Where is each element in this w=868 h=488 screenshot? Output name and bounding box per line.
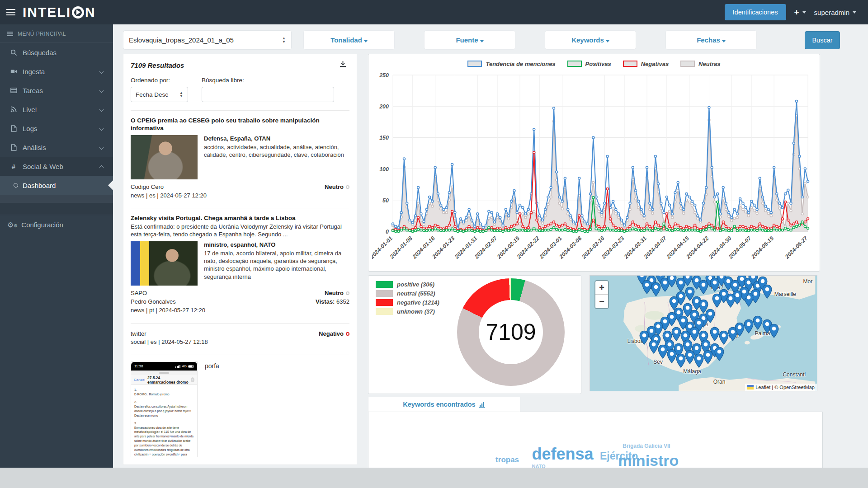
map-place-label: Oran — [713, 379, 726, 385]
article-source: SAPO — [131, 289, 147, 298]
menu-icon — [7, 32, 13, 33]
sentiment-icon — [346, 291, 349, 295]
map-zoom-control: + − — [594, 280, 609, 309]
hamburger-icon[interactable] — [6, 9, 15, 10]
sidebar-item-dashboard[interactable]: Dashboard — [0, 176, 113, 195]
legend-swatch-negative — [376, 299, 393, 306]
article-keywords: 17 de maio, acordo bilateral, apoio mili… — [204, 249, 349, 281]
article-title[interactable]: Zelensky visita Portugal. Chega amanhã à… — [131, 215, 349, 222]
map-marker[interactable] — [675, 353, 686, 370]
mentions-trend-chart: 0501001502002502024-01-012024-01-082024-… — [372, 70, 815, 268]
sidebar-item-busquedas[interactable]: Búsquedas — [0, 43, 113, 62]
tonalidad-dropdown[interactable]: Tonalidad — [303, 30, 395, 50]
filter-bar: Eslovaquia_tropas_2024_01_a_05 ▲▼ Tonali… — [123, 30, 868, 50]
free-search-label: Búsqueda libre: — [202, 77, 334, 84]
sidebar-item-configuracion[interactable]: ⚙⚙ Configuración — [0, 215, 113, 235]
svg-text:150: 150 — [379, 135, 389, 141]
article-thumbnail — [131, 241, 198, 286]
svg-text:2024-05-15: 2024-05-15 — [750, 235, 775, 260]
keywords-dropdown[interactable]: Keywords — [545, 30, 636, 50]
keywords-cloud-panel: tropasdefensaNATOEjércitoBrigada Galicia… — [368, 412, 823, 468]
add-menu[interactable]: + — [794, 7, 806, 17]
svg-text:250: 250 — [379, 72, 389, 79]
cloud-keyword[interactable]: tropas — [495, 455, 519, 465]
result-item: O CPEIG premia ao CESEG polo seu traball… — [131, 117, 349, 200]
map-marker[interactable] — [769, 324, 779, 340]
sentiment-label: Negativo — [319, 330, 344, 337]
sentiment-icon — [346, 185, 349, 189]
logo-text-right: N — [85, 5, 96, 20]
map-marker[interactable] — [712, 294, 722, 310]
divider — [131, 323, 349, 324]
user-menu[interactable]: superadmin — [814, 9, 856, 16]
cloud-keyword[interactable]: Brigada Galicia VII — [623, 443, 670, 449]
article-keywords: accións, actividades, actualidade, análi… — [204, 143, 349, 159]
select-arrows-icon: ▲▼ — [179, 91, 183, 98]
cloud-keyword[interactable]: NATO — [532, 464, 545, 468]
sidebar-item-logs[interactable]: Logs — [0, 119, 113, 138]
ukraine-flag-icon — [747, 385, 754, 389]
article-title[interactable]: O CPEIG premia ao CESEG polo seu traball… — [131, 117, 349, 132]
social-web-submenu: Dashboard — [0, 176, 113, 195]
chevron-down-icon — [853, 11, 856, 14]
article-snippet: Está confirmado: o presidente da Ucrânia… — [131, 223, 349, 239]
buscar-button[interactable]: Buscar — [805, 31, 840, 49]
donut-legend: positive (306) neutral (5552) negative (… — [376, 281, 439, 315]
map-marker[interactable] — [705, 309, 716, 325]
gears-icon: ⚙⚙ — [7, 221, 18, 229]
zoom-in-button[interactable]: + — [595, 281, 608, 295]
sentiment-label: Neutro — [325, 290, 344, 296]
fechas-dropdown[interactable]: Fechas — [665, 30, 757, 50]
article-source: twitter — [131, 330, 146, 338]
zoom-out-button[interactable]: − — [595, 295, 608, 308]
svg-text:2024-05-27: 2024-05-27 — [783, 235, 809, 260]
divider — [131, 208, 349, 208]
map-marker[interactable] — [703, 350, 713, 366]
cloud-keyword[interactable]: defensa — [532, 445, 593, 464]
sidebar-item-analisis[interactable]: Análisis — [0, 138, 113, 157]
video-camera-icon — [8, 68, 19, 75]
article-author: Pedro Goncalves — [131, 298, 176, 306]
sidebar-item-ingesta[interactable]: Ingesta — [0, 62, 113, 81]
free-search-input[interactable] — [202, 87, 334, 102]
divider — [131, 355, 349, 355]
map-attribution[interactable]: Leaflet | © OpenStreetMap — [745, 384, 817, 391]
identificaciones-button[interactable]: Identificaciones — [725, 4, 786, 20]
donut-center: 7109 — [479, 300, 543, 364]
fuente-dropdown[interactable]: Fuente — [424, 30, 515, 50]
tab-keywords-encontrados[interactable]: Keywords encontrados — [368, 397, 520, 412]
chevron-down-icon — [722, 40, 726, 42]
chevron-up-icon — [99, 165, 104, 169]
map-marker[interactable] — [648, 340, 659, 356]
drag-handle-icon — [159, 372, 169, 374]
legend-swatch-negativas — [623, 61, 637, 67]
map-place-label: Constanti — [783, 371, 806, 378]
chevron-down-icon — [802, 11, 806, 14]
sidebar-item-live[interactable]: Live! — [0, 100, 113, 119]
tweet-text: porfa — [205, 361, 219, 457]
chevron-down-icon — [99, 88, 104, 93]
saved-search-select[interactable]: Eslovaquia_tropas_2024_01_a_05 ▲▼ — [123, 30, 292, 50]
map-marker[interactable] — [657, 344, 668, 361]
sentiment-donut-chart[interactable]: 7109 — [457, 278, 565, 386]
circle-icon — [14, 183, 18, 188]
sidebar-item-tareas[interactable]: Tareas — [0, 81, 113, 100]
sentiment-donut-panel: positive (306) neutral (5552) negative (… — [368, 275, 581, 394]
cloud-keyword[interactable]: ministro — [618, 452, 679, 468]
sidebar-item-social-web[interactable]: # Social & Web — [0, 157, 113, 176]
map-marker[interactable] — [714, 347, 725, 363]
total-mentions: 7109 — [486, 319, 536, 345]
chevron-down-icon — [364, 40, 368, 42]
username: superadmin — [814, 9, 849, 16]
search-icon — [8, 49, 19, 56]
result-item: Zelensky visita Portugal. Chega amanhã à… — [131, 215, 349, 314]
map-marker[interactable] — [666, 349, 677, 365]
top-navbar: INTELIN Identificaciones + superadmin — [0, 0, 868, 24]
download-icon[interactable] — [339, 61, 347, 70]
legend-swatch-neutras — [680, 61, 695, 67]
map-marker[interactable] — [762, 284, 772, 300]
sort-label: Ordenado por: — [131, 77, 188, 84]
file-icon — [8, 125, 19, 132]
sort-select[interactable]: Fecha Desc ▲▼ — [131, 87, 188, 102]
views-value: 6352 — [336, 298, 349, 305]
